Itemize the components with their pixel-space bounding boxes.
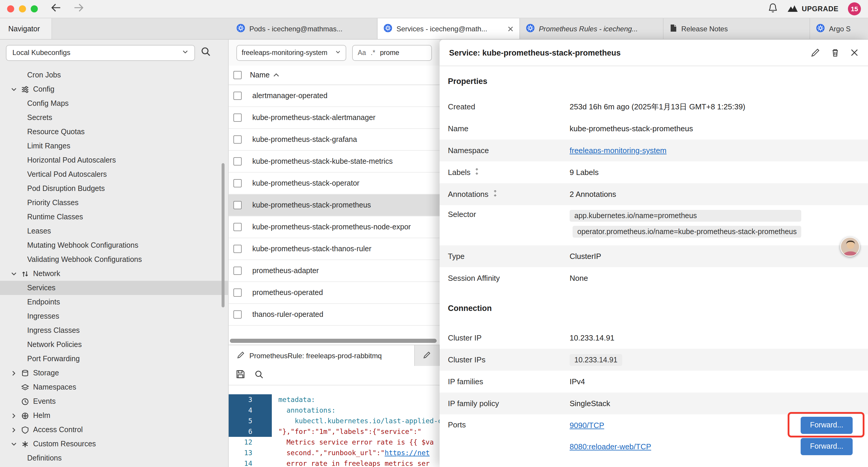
sidebar-item-pod-disruption-budgets[interactable]: Pod Disruption Budgets	[0, 181, 228, 196]
kubeconfig-selector[interactable]: Local Kubeconfigs	[6, 45, 195, 61]
service-row[interactable]: kube-prometheus-stack-kube-state-metrics	[229, 151, 440, 173]
name-label: Name	[440, 124, 569, 133]
port-link-8080[interactable]: 8080:reloader-web/TCP	[569, 442, 651, 451]
namespace-link[interactable]: freeleaps-monitoring-system	[569, 146, 666, 155]
search-icon[interactable]	[255, 370, 264, 381]
service-row[interactable]: thanos-ruler-operated	[229, 304, 440, 326]
sidebar-item-endpoints[interactable]: Endpoints	[0, 295, 228, 309]
expand-updown-icon[interactable]	[492, 190, 498, 199]
sidebar-item-helm[interactable]: Helm	[0, 408, 228, 423]
sidebar-item-network[interactable]: Network	[0, 267, 228, 281]
sidebar-item-horizontal-pod-autoscalers[interactable]: Horizontal Pod Autoscalers	[0, 153, 228, 167]
back-icon[interactable]	[51, 4, 61, 14]
service-row[interactable]: kube-prometheus-stack-prometheus-node-ex…	[229, 216, 440, 238]
editor-tab-partial[interactable]	[415, 345, 440, 366]
delete-trash-icon[interactable]	[831, 48, 840, 57]
maximize-window-button[interactable]	[31, 5, 38, 12]
sidebar-item-cron-jobs[interactable]: Cron Jobs	[0, 68, 228, 82]
row-checkbox[interactable]	[234, 310, 242, 319]
tab-services[interactable]: Services - icecheng@math...	[378, 18, 520, 39]
notification-count-badge[interactable]: 15	[848, 2, 861, 16]
minimize-window-button[interactable]	[19, 5, 26, 12]
match-case-toggle[interactable]: Aa	[358, 49, 366, 56]
sort-ascending-icon[interactable]	[273, 71, 280, 79]
edit-pencil-icon[interactable]	[811, 48, 820, 57]
sidebar-item-namespaces[interactable]: Namespaces	[0, 380, 228, 394]
tab-prometheus-rules[interactable]: Prometheus Rules - icecheng...	[520, 18, 663, 39]
horizontal-scrollbar[interactable]	[230, 339, 437, 343]
row-checkbox[interactable]	[234, 245, 242, 253]
service-row[interactable]: kube-prometheus-stack-operator	[229, 173, 440, 195]
name-row: Name kube-prometheus-stack-prometheus	[440, 118, 868, 140]
tab-release-notes[interactable]: Release Notes	[663, 18, 810, 39]
service-row[interactable]: kube-prometheus-stack-grafana	[229, 129, 440, 151]
yaml-editor[interactable]: 3metadata: 4 annotations: 5 kubectl.kube…	[229, 385, 440, 467]
sidebar-item-events[interactable]: Events	[0, 394, 228, 408]
sidebar-item-resource-quotas[interactable]: Resource Quotas	[0, 125, 228, 139]
sidebar-item-secrets[interactable]: Secrets	[0, 111, 228, 125]
namespace-filter-select[interactable]: freeleaps-monitoring-system	[236, 45, 346, 61]
editor-tab-prometheusrule[interactable]: PrometheusRule: freeleaps-prod-rabbitmq	[229, 345, 415, 366]
sidebar-item-leases[interactable]: Leases	[0, 224, 228, 238]
row-checkbox[interactable]	[234, 289, 242, 297]
close-window-button[interactable]	[7, 5, 14, 12]
sidebar-item-network-policies[interactable]: Network Policies	[0, 338, 228, 352]
forward-button[interactable]: Forward...	[801, 416, 852, 434]
tab-label: Argo S	[829, 25, 850, 33]
code-url-link[interactable]: https://net	[385, 449, 430, 457]
upgrade-button[interactable]: UPGRADE	[787, 4, 838, 14]
name-column-header[interactable]: Name	[250, 71, 270, 79]
sidebar-item-limit-ranges[interactable]: Limit Ranges	[0, 139, 228, 153]
row-checkbox[interactable]	[234, 223, 242, 231]
service-row-selected[interactable]: kube-prometheus-stack-prometheus	[229, 195, 440, 216]
row-checkbox[interactable]	[234, 267, 242, 275]
notifications-bell-icon[interactable]	[768, 3, 778, 15]
service-row[interactable]: prometheus-operated	[229, 282, 440, 304]
sidebar-item-services[interactable]: Services	[0, 281, 228, 295]
sidebar-item-access-control[interactable]: Access Control	[0, 423, 228, 437]
sidebar-item-definitions[interactable]: Definitions	[0, 451, 228, 465]
row-checkbox[interactable]	[234, 135, 242, 144]
sidebar-item-priority-classes[interactable]: Priority Classes	[0, 196, 228, 210]
annotations-value[interactable]: 2 Annotations	[569, 190, 616, 199]
sidebar-item-port-forwarding[interactable]: Port Forwarding	[0, 352, 228, 366]
labels-value[interactable]: 9 Labels	[569, 168, 598, 177]
service-row[interactable]: alertmanager-operated	[229, 85, 440, 107]
sidebar-item-ingress-classes[interactable]: Ingress Classes	[0, 323, 228, 338]
tab-pods[interactable]: Pods - icecheng@mathmas...	[230, 18, 378, 39]
row-checkbox[interactable]	[234, 179, 242, 187]
forward-button[interactable]: Forward...	[801, 438, 852, 455]
sidebar-item-config-maps[interactable]: Config Maps	[0, 96, 228, 111]
close-tab-icon[interactable]	[507, 26, 514, 32]
search-input[interactable]	[380, 49, 414, 56]
port-link-9090[interactable]: 9090/TCP	[569, 420, 604, 430]
service-row[interactable]: kube-prometheus-stack-thanos-ruler	[229, 238, 440, 260]
sidebar-item-storage[interactable]: Storage	[0, 366, 228, 380]
row-checkbox[interactable]	[234, 114, 242, 122]
sidebar-item-ingresses[interactable]: Ingresses	[0, 309, 228, 323]
sidebar-item-custom-resources[interactable]: Custom Resources	[0, 437, 228, 451]
sidebar-item-label: Mutating Webhook Configurations	[27, 241, 138, 250]
close-drawer-icon[interactable]	[850, 49, 859, 57]
sidebar-item-vertical-pod-autoscalers[interactable]: Vertical Pod Autoscalers	[0, 167, 228, 181]
row-checkbox[interactable]	[234, 92, 242, 100]
service-row[interactable]: prometheus-adapter	[229, 260, 440, 282]
user-avatar[interactable]	[840, 237, 860, 257]
save-icon[interactable]	[236, 370, 245, 381]
sidebar-item-mutating-webhook-configurations[interactable]: Mutating Webhook Configurations	[0, 238, 228, 253]
row-checkbox[interactable]	[234, 201, 242, 209]
regex-toggle[interactable]: .*	[371, 49, 375, 56]
sidebar-item-validating-webhook-configurations[interactable]: Validating Webhook Configurations	[0, 253, 228, 267]
custom-resources-icon	[21, 440, 33, 448]
sidebar-scrollbar[interactable]	[222, 163, 224, 308]
row-checkbox[interactable]	[234, 157, 242, 166]
sidebar-item-runtime-classes[interactable]: Runtime Classes	[0, 210, 228, 224]
select-all-checkbox[interactable]	[234, 71, 242, 79]
tab-argo[interactable]: Argo S	[810, 18, 868, 39]
list-search-box[interactable]: Aa .*	[352, 45, 432, 61]
service-row[interactable]: kube-prometheus-stack-alertmanager	[229, 107, 440, 129]
sidebar-item-config[interactable]: Config	[0, 82, 228, 96]
expand-updown-icon[interactable]	[474, 168, 480, 177]
search-icon[interactable]	[201, 47, 211, 59]
forward-icon[interactable]	[74, 4, 84, 14]
